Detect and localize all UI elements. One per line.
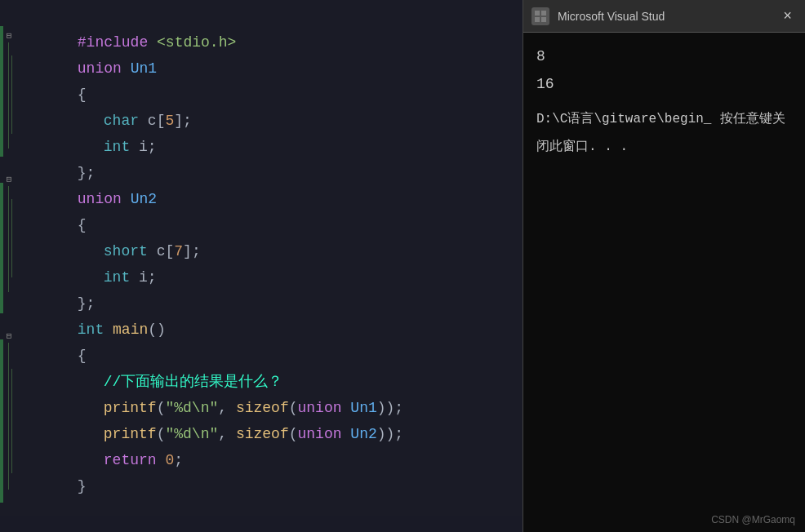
console-path: D:\C语言\gitware\begin_ [536,112,711,126]
svg-rect-2 [535,17,540,22]
code-line-15: printf("%d\n", sizeof(union Un1)); [24,369,523,395]
fold-indicator-3[interactable]: ⊟ [3,330,15,341]
left-accent-bar [0,0,3,532]
footer-watermark: CSDN @MrGaomq [711,514,795,525]
code-line-9: short c[7]; [24,212,523,238]
close-button[interactable]: × [778,8,797,24]
svg-rect-1 [541,11,546,16]
code-line-4: char c[5]; [24,82,523,108]
code-line-3: { [24,55,523,82]
code-line-6: }; [24,134,523,160]
code-line-17: return 0; [24,421,523,447]
code-line-5: int i; [24,108,523,134]
code-line-12: int main() [24,290,523,317]
code-line-18: } [24,447,523,473]
code-line-14: //下面输出的结果是什么？ [24,343,523,369]
editor-bottom [0,516,523,532]
console-panel: Microsoft Visual Stud × 8 16 D:\C语言\gitw… [523,0,805,532]
code-content: #include <stdio.h> union Un1 { char c[5]… [18,0,523,532]
code-line-1: #include <stdio.h> [24,3,523,29]
console-title: Microsoft Visual Stud [558,10,778,23]
fold-indicator-2[interactable]: ⊟ [3,173,15,184]
code-line-7: union Un2 [24,160,523,186]
output-line-2: 16 [536,70,792,98]
code-line-10: int i; [24,238,523,264]
svg-rect-3 [541,17,546,22]
fold-indicator-1[interactable]: ⊟ [3,29,15,41]
console-titlebar: Microsoft Visual Stud × [523,0,805,33]
code-line-11: }; [24,264,523,290]
code-line-13: { [24,317,523,343]
code-line-16: printf("%d\n", sizeof(union Un2)); [24,395,523,421]
code-line-8: { [24,186,523,212]
svg-rect-0 [535,11,540,16]
vs-icon [531,7,549,25]
output-line-1: 8 [536,42,792,70]
gutter: ⊟ ⊟ ⊟ [3,0,15,532]
console-body: 8 16 D:\C语言\gitware\begin_ 按任意键关闭此窗口. . … [523,33,805,170]
code-editor: ⊟ ⊟ ⊟ #include <stdio.h> union Un1 { cha… [0,0,523,532]
code-line-2: union Un1 [24,29,523,55]
